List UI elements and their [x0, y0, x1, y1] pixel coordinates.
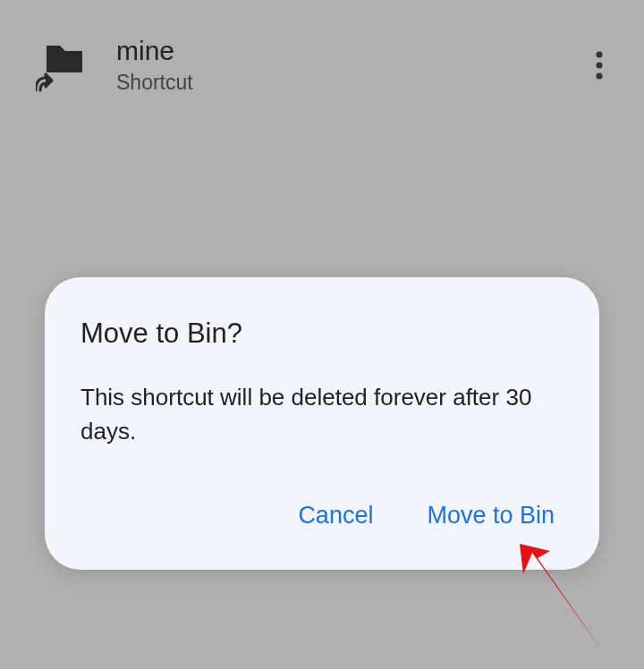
move-to-bin-button[interactable]: Move to Bin [427, 497, 555, 534]
dialog-actions: Cancel Move to Bin [80, 497, 564, 534]
folder-shortcut-icon [36, 38, 89, 92]
svg-point-1 [597, 63, 603, 69]
move-to-bin-dialog: Move to Bin? This shortcut will be delet… [45, 277, 599, 570]
item-info: mine Shortcut [116, 36, 581, 95]
more-vertical-icon [596, 51, 603, 80]
dialog-title: Move to Bin? [80, 318, 564, 350]
dialog-body: This shortcut will be deleted forever af… [80, 381, 564, 448]
cancel-button[interactable]: Cancel [298, 497, 373, 534]
item-header-row: mine Shortcut [0, 0, 644, 95]
item-title: mine [116, 36, 581, 66]
more-options-button[interactable] [581, 47, 617, 83]
svg-point-2 [597, 73, 603, 80]
item-subtitle: Shortcut [116, 71, 581, 95]
svg-point-0 [597, 52, 603, 58]
